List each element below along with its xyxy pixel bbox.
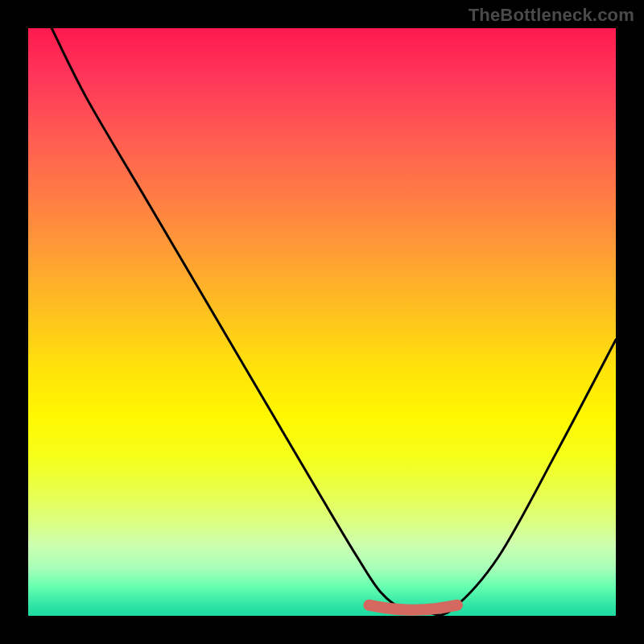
chart-frame: TheBottleneck.com — [0, 0, 644, 644]
chart-svg — [28, 28, 616, 616]
bottleneck-curve-line — [52, 28, 616, 615]
trough-marker — [369, 605, 457, 610]
watermark-text: TheBottleneck.com — [469, 5, 634, 26]
plot-area — [28, 28, 616, 616]
